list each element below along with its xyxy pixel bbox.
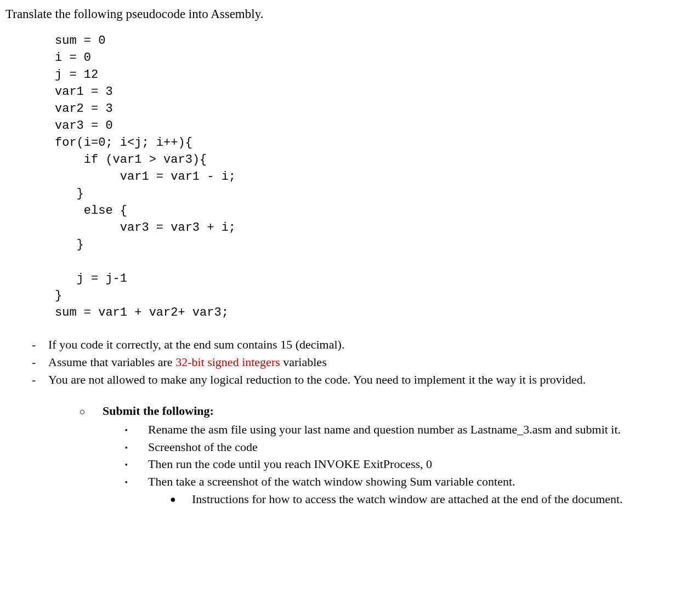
requirement-text: Assume that variables are 32-bit signed … — [48, 354, 687, 370]
square-icon: ▪ — [125, 421, 148, 438]
list-item: ● Instructions for how to access the wat… — [170, 491, 687, 507]
requirements-list: - If you code it correctly, at the end s… — [32, 336, 687, 387]
list-item: ▪ Then take a screenshot of the watch wi… — [125, 474, 687, 490]
submit-item-text: Then run the code until you reach INVOKE… — [148, 456, 687, 472]
dash-icon: - — [32, 336, 48, 353]
submit-section: ○ Submit the following: — [80, 403, 687, 419]
dash-icon: - — [32, 372, 48, 388]
list-item: ▪ Screenshot of the code — [125, 439, 687, 455]
square-icon: ▪ — [125, 439, 148, 455]
requirement-text: You are not allowed to make any logical … — [48, 372, 687, 388]
bullet-icon: ● — [170, 491, 192, 507]
list-item: ▪ Then run the code until you reach INVO… — [125, 456, 687, 472]
pseudocode-block: sum = 0 i = 0 j = 12 var1 = 3 var2 = 3 v… — [55, 32, 687, 321]
submit-header: Submit the following: — [103, 403, 687, 419]
assignment-heading: Translate the following pseudocode into … — [5, 5, 687, 22]
circle-icon: ○ — [80, 403, 103, 419]
list-item: ○ Submit the following: — [80, 403, 687, 419]
dash-icon: - — [32, 354, 48, 370]
list-item: - Assume that variables are 32-bit signe… — [32, 354, 687, 370]
submit-item-text: Then take a screenshot of the watch wind… — [148, 474, 687, 490]
highlighted-text: 32-bit signed integers — [175, 355, 280, 369]
bullet-text: Instructions for how to access the watch… — [192, 491, 687, 507]
square-icon: ▪ — [125, 456, 148, 472]
list-item: - You are not allowed to make any logica… — [32, 372, 687, 388]
submit-item-text: Screenshot of the code — [148, 439, 687, 455]
list-item: - If you code it correctly, at the end s… — [32, 336, 687, 353]
requirement-text: If you code it correctly, at the end sum… — [48, 336, 687, 353]
text-post: variables — [280, 355, 327, 369]
square-icon: ▪ — [125, 474, 148, 490]
submit-item-text: Rename the asm file using your last name… — [148, 421, 687, 438]
list-item: ▪ Rename the asm file using your last na… — [125, 421, 687, 438]
sub-bullet-list: ● Instructions for how to access the wat… — [170, 491, 687, 507]
submit-items-list: ▪ Rename the asm file using your last na… — [125, 421, 687, 490]
text-pre: Assume that variables are — [48, 355, 175, 369]
